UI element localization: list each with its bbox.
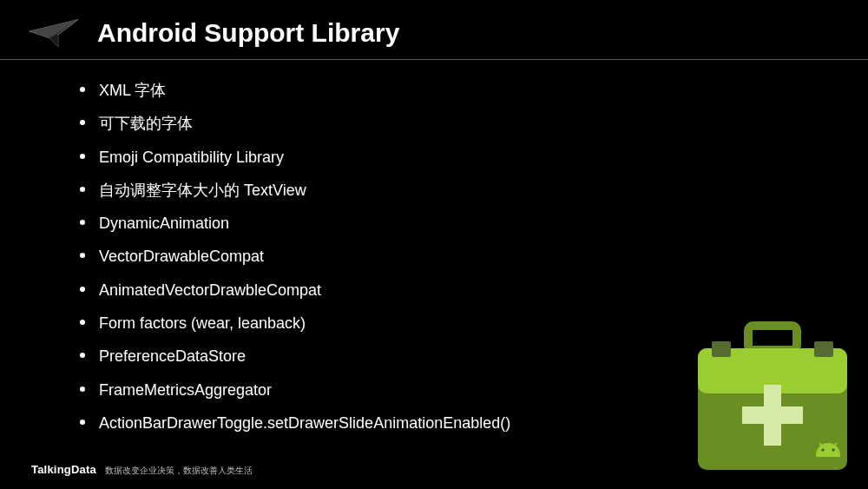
svg-rect-3: [748, 326, 797, 350]
svg-point-11: [832, 448, 834, 451]
list-item: AnimatedVectorDrawbleCompat: [99, 274, 868, 307]
list-item: DynamicAnimation: [99, 207, 868, 240]
footer-brand: TalkingData: [31, 463, 96, 476]
svg-point-10: [821, 448, 824, 451]
slide-title: Android Support Library: [97, 18, 399, 48]
svg-rect-9: [742, 406, 803, 424]
list-item: Emoji Compatibility Library: [99, 141, 868, 174]
paper-plane-icon: [28, 16, 82, 50]
svg-rect-7: [814, 341, 833, 357]
footer: TalkingData 数据改变企业决策，数据改善人类生活: [31, 463, 253, 477]
list-item: 可下载的字体: [99, 107, 868, 140]
list-item: VectorDrawableCompat: [99, 240, 868, 273]
list-item: XML 字体: [99, 74, 868, 107]
list-item: 自动调整字体大小的 TextView: [99, 174, 868, 207]
svg-marker-1: [30, 20, 78, 38]
footer-tagline: 数据改变企业决策，数据改善人类生活: [105, 465, 253, 477]
svg-rect-6: [712, 341, 731, 357]
medical-case-android-icon: [686, 307, 859, 480]
